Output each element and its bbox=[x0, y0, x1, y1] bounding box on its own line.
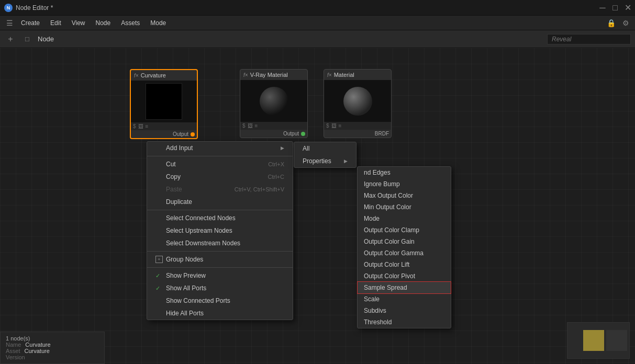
ctx-hide-all-label: Hide All Ports bbox=[166, 310, 204, 317]
ctx-copy-shortcut: Ctrl+C bbox=[268, 174, 284, 180]
prop-mode[interactable]: Mode bbox=[358, 213, 451, 224]
node-count: 1 node(s) bbox=[6, 335, 30, 342]
ctx-select-upstream[interactable]: Select Upstream Nodes bbox=[147, 224, 293, 237]
ctx-hide-all-ports[interactable]: Hide All Ports bbox=[147, 307, 293, 320]
maximize-button[interactable]: □ bbox=[612, 5, 618, 11]
prop-hide-edges[interactable]: nd Edges bbox=[358, 167, 451, 178]
node-name-material: Material bbox=[334, 72, 354, 78]
node-fx-material: f× bbox=[327, 72, 332, 78]
ctx-group-nodes[interactable]: + Group Nodes bbox=[147, 253, 293, 266]
menu-edit[interactable]: Edit bbox=[46, 18, 65, 28]
dollar-icon: $ bbox=[133, 123, 136, 129]
menu-icon-vray: ≡ bbox=[255, 123, 258, 129]
prop-ignore-bump-label: Ignore Bump bbox=[364, 180, 400, 188]
name-label: Name bbox=[6, 342, 21, 348]
ctx-add-input-label: Add Input bbox=[166, 144, 193, 152]
lock-icon: 🔒 bbox=[606, 18, 616, 28]
ctx-add-input[interactable]: Add Input bbox=[147, 142, 293, 154]
ctx-select-downstream[interactable]: Select Downstream Nodes bbox=[147, 237, 293, 249]
close-button[interactable]: ✕ bbox=[625, 5, 631, 11]
reveal-input[interactable] bbox=[547, 34, 631, 44]
check-show-all-ports: ✓ bbox=[155, 285, 164, 292]
port-dot-vray bbox=[301, 132, 305, 136]
node-name-curvature: Curvature bbox=[141, 72, 166, 78]
prop-output-color-gamma[interactable]: Output Color Gamma bbox=[358, 247, 451, 259]
node-name-vray: V-Ray Material bbox=[250, 72, 288, 78]
prop-output-color-gain-label: Output Color Gain bbox=[364, 238, 415, 245]
menu-view[interactable]: View bbox=[68, 18, 90, 28]
menu-icon-material: ≡ bbox=[339, 123, 342, 129]
port-label-material: BRDF bbox=[375, 131, 389, 136]
status-row-version: Version bbox=[6, 354, 99, 360]
prop-output-color-pivot-label: Output Color Pivot bbox=[364, 272, 415, 280]
dollar-icon-material: $ bbox=[326, 123, 329, 129]
prop-threshold-label: Threshold bbox=[364, 318, 392, 326]
prop-output-color-gain[interactable]: Output Color Gain bbox=[358, 236, 451, 247]
ctx-paste-label: Paste bbox=[166, 186, 182, 193]
minimize-button[interactable]: ─ bbox=[599, 5, 606, 11]
prop-sample-spread[interactable]: Sample Spread bbox=[358, 282, 451, 293]
node-curvature[interactable]: f× Curvature $ 🖼 ≡ Output bbox=[130, 69, 198, 139]
prop-max-output-color[interactable]: Max Output Color bbox=[358, 190, 451, 201]
title-bar-controls[interactable]: ─ □ ✕ bbox=[599, 5, 631, 11]
add-button[interactable]: + bbox=[4, 33, 17, 46]
connection-svg bbox=[0, 48, 635, 364]
node-sphere-vray bbox=[260, 87, 288, 116]
submenu-all-label: All bbox=[303, 145, 309, 152]
hamburger-icon[interactable]: ☰ bbox=[4, 18, 15, 28]
ctx-select-connected[interactable]: Select Connected Nodes bbox=[147, 212, 293, 224]
node-sphere-material bbox=[343, 87, 372, 116]
menu-assets[interactable]: Assets bbox=[117, 18, 144, 28]
ctx-group-label: Group Nodes bbox=[166, 256, 203, 263]
node-fx-curvature: f× bbox=[134, 73, 139, 78]
submenu-all[interactable]: All bbox=[294, 142, 356, 155]
ctx-duplicate[interactable]: Duplicate bbox=[147, 196, 293, 208]
node-vray[interactable]: f× V-Ray Material $ 🖼 ≡ Output bbox=[240, 69, 308, 138]
prop-output-color-lift[interactable]: Output Color Lift bbox=[358, 259, 451, 270]
ctx-sep-0 bbox=[147, 156, 293, 156]
node-preview-black bbox=[146, 83, 182, 120]
node-port-row-curvature: Output bbox=[131, 130, 197, 138]
submenu-properties[interactable]: Properties nd Edges Ignore Bump Max Outp… bbox=[294, 155, 356, 167]
prop-ignore-bump[interactable]: Ignore Bump bbox=[358, 178, 451, 190]
folder-icon[interactable]: □ bbox=[21, 33, 34, 46]
menu-node[interactable]: Node bbox=[92, 18, 115, 28]
port-label-output: Output bbox=[173, 131, 188, 137]
node-header-curvature: f× Curvature bbox=[131, 70, 197, 81]
asset-value: Curvature bbox=[25, 348, 50, 354]
ctx-sep-3 bbox=[147, 267, 293, 268]
asset-label: Asset bbox=[6, 348, 20, 354]
prop-min-output-color-label: Min Output Color bbox=[364, 203, 411, 211]
image-icon-vray: 🖼 bbox=[248, 123, 253, 129]
ctx-copy[interactable]: Copy Ctrl+C bbox=[147, 170, 293, 183]
version-label: Version bbox=[6, 354, 25, 360]
menu-create[interactable]: Create bbox=[17, 18, 44, 28]
node-footer-vray: $ 🖼 ≡ bbox=[240, 122, 307, 130]
prop-output-color-pivot[interactable]: Output Color Pivot bbox=[358, 270, 451, 282]
node-footer-icons-vray: $ 🖼 ≡ bbox=[242, 123, 258, 129]
context-menu: Add Input Cut Ctrl+X Copy Ctrl+C Paste C… bbox=[147, 141, 293, 320]
menu-mode[interactable]: Mode bbox=[146, 18, 170, 28]
ctx-cut-shortcut: Ctrl+X bbox=[268, 161, 284, 167]
prop-output-color-clamp[interactable]: Output Color Clamp bbox=[358, 224, 451, 236]
submenu-properties-label: Properties bbox=[303, 157, 331, 165]
ctx-show-preview-label: Show Preview bbox=[166, 272, 206, 279]
node-fx-vray: f× bbox=[243, 72, 248, 78]
node-material[interactable]: f× Material $ 🖼 ≡ BRDF bbox=[324, 69, 392, 138]
settings-icon[interactable]: ⚙ bbox=[620, 18, 631, 28]
prop-scale[interactable]: Scale bbox=[358, 293, 451, 305]
node-preview-vray bbox=[240, 80, 307, 122]
prop-subdivs[interactable]: Subdivs bbox=[358, 305, 451, 316]
menu-icon-node: ≡ bbox=[146, 123, 149, 129]
canvas-area: f× Curvature $ 🖼 ≡ Output f× V-Ray Mater… bbox=[0, 48, 635, 364]
ctx-show-all-ports[interactable]: ✓ Show All Ports bbox=[147, 282, 293, 294]
ctx-copy-label: Copy bbox=[166, 173, 181, 180]
ctx-show-preview[interactable]: ✓ Show Preview bbox=[147, 269, 293, 282]
prop-min-output-color[interactable]: Min Output Color bbox=[358, 201, 451, 213]
ctx-cut[interactable]: Cut Ctrl+X bbox=[147, 158, 293, 170]
node-port-row-vray: Output bbox=[240, 130, 307, 138]
prop-threshold[interactable]: Threshold bbox=[358, 316, 451, 328]
image-icon: 🖼 bbox=[138, 123, 143, 129]
ctx-cut-label: Cut bbox=[166, 161, 176, 168]
ctx-show-connected-ports[interactable]: Show Connected Ports bbox=[147, 294, 293, 307]
